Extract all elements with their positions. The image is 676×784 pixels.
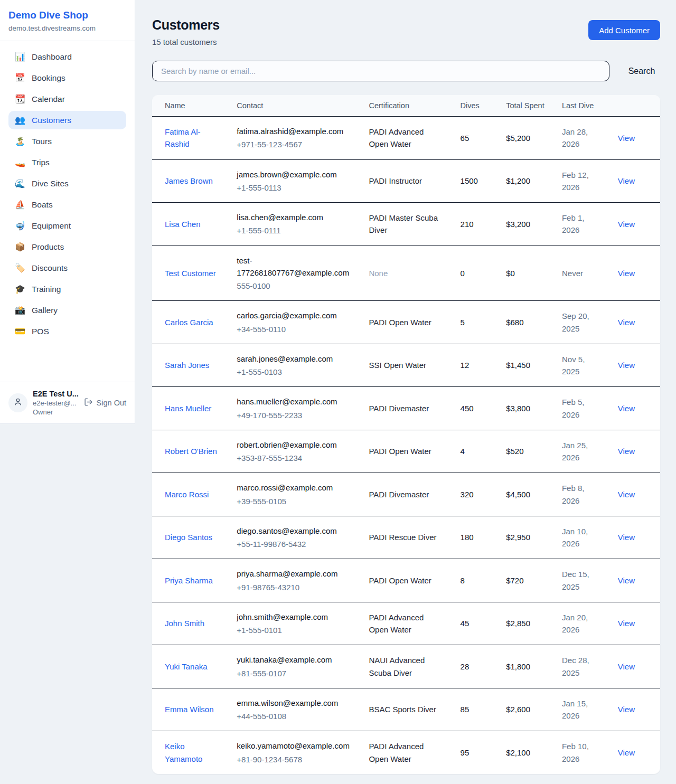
view-link[interactable]: View bbox=[618, 176, 635, 185]
dives-cell: 8 bbox=[452, 559, 498, 602]
total-spent-cell: $1,450 bbox=[497, 344, 553, 387]
actions-cell: View bbox=[609, 688, 660, 731]
customer-name-cell: Lisa Chen bbox=[152, 203, 228, 246]
total-spent-cell: $2,100 bbox=[497, 731, 553, 774]
view-link[interactable]: View bbox=[618, 447, 635, 456]
table-row: Test Customertest-1772681807767@example.… bbox=[152, 245, 660, 301]
bar-chart-icon: 📊 bbox=[15, 52, 25, 62]
sidebar-item-gallery[interactable]: 📸Gallery bbox=[8, 301, 126, 319]
customer-name-cell: James Brown bbox=[152, 159, 228, 203]
contact-cell: priya.sharma@example.com+91-98765-43210 bbox=[228, 559, 360, 602]
search-button[interactable]: Search bbox=[623, 62, 660, 80]
customer-name-link[interactable]: James Brown bbox=[165, 176, 213, 185]
certification-cell: PADI Advanced Open Water bbox=[360, 602, 452, 645]
table-row: Diego Santosdiego.santos@example.com+55-… bbox=[152, 516, 660, 559]
view-link[interactable]: View bbox=[618, 220, 635, 229]
sidebar-item-training[interactable]: 🎓Training bbox=[8, 280, 126, 298]
dives-cell: 1500 bbox=[452, 159, 498, 203]
table-row: Yuki Tanakayuki.tanaka@example.com+81-55… bbox=[152, 645, 660, 688]
customer-phone: +971-55-123-4567 bbox=[237, 138, 352, 150]
customer-name-link[interactable]: John Smith bbox=[165, 619, 204, 628]
view-link[interactable]: View bbox=[618, 269, 635, 278]
customer-email: fatima.alrashid@example.com bbox=[237, 125, 352, 137]
view-link[interactable]: View bbox=[618, 134, 635, 143]
sidebar-item-customers[interactable]: 👥Customers bbox=[8, 111, 126, 129]
brand-name[interactable]: Demo Dive Shop bbox=[8, 10, 126, 21]
search-bar: Search bbox=[152, 61, 660, 81]
user-icon bbox=[13, 397, 23, 409]
customer-name-link[interactable]: Keiko Yamamoto bbox=[165, 742, 202, 763]
sidebar-item-label: Tours bbox=[32, 137, 52, 146]
customer-phone: +44-555-0108 bbox=[237, 710, 352, 722]
certification-cell: SSI Open Water bbox=[360, 344, 452, 387]
customer-name-link[interactable]: Test Customer bbox=[165, 269, 216, 278]
table-row: Sarah Jonessarah.jones@example.com+1-555… bbox=[152, 344, 660, 387]
certification-value: PADI Divemaster bbox=[369, 404, 429, 413]
sidebar-item-dive-sites[interactable]: 🌊Dive Sites bbox=[8, 174, 126, 193]
certification-value: PADI Divemaster bbox=[369, 490, 429, 499]
view-link[interactable]: View bbox=[618, 619, 635, 628]
sidebar-item-tours[interactable]: 🏝️Tours bbox=[8, 132, 126, 150]
brand-block[interactable]: Demo Dive Shop demo.test.divestreams.com bbox=[0, 0, 135, 41]
page-title: Customers bbox=[152, 17, 220, 33]
table-row: Keiko Yamamotokeiko.yamamoto@example.com… bbox=[152, 731, 660, 774]
table-header-row: NameContactCertificationDivesTotal Spent… bbox=[152, 95, 660, 117]
view-link[interactable]: View bbox=[618, 533, 635, 542]
sidebar-item-calendar[interactable]: 📆Calendar bbox=[8, 90, 126, 108]
customer-name-link[interactable]: Lisa Chen bbox=[165, 220, 201, 229]
sidebar-item-discounts[interactable]: 🏷️Discounts bbox=[8, 259, 126, 277]
view-link[interactable]: View bbox=[618, 318, 635, 327]
customer-email: emma.wilson@example.com bbox=[237, 697, 352, 709]
contact-cell: fatima.alrashid@example.com+971-55-123-4… bbox=[228, 117, 360, 160]
sidebar-item-label: Equipment bbox=[32, 221, 71, 231]
customer-name-link[interactable]: Priya Sharma bbox=[165, 576, 213, 585]
sidebar-item-pos[interactable]: 💳POS bbox=[8, 322, 126, 341]
view-link[interactable]: View bbox=[618, 705, 635, 714]
add-customer-button[interactable]: Add Customer bbox=[588, 20, 660, 40]
sign-out-button[interactable]: Sign Out bbox=[84, 398, 126, 408]
sidebar-item-label: Trips bbox=[32, 158, 50, 167]
sidebar-nav: 📊Dashboard📅Bookings📆Calendar👥Customers🏝️… bbox=[0, 41, 135, 347]
sidebar-item-products[interactable]: 📦Products bbox=[8, 238, 126, 256]
customer-name-link[interactable]: Sarah Jones bbox=[165, 361, 209, 370]
customer-name-link[interactable]: Emma Wilson bbox=[165, 705, 214, 714]
people-icon: 👥 bbox=[15, 115, 25, 125]
customer-name-link[interactable]: Robert O'Brien bbox=[165, 447, 217, 456]
sidebar-item-bookings[interactable]: 📅Bookings bbox=[8, 69, 126, 87]
view-link[interactable]: View bbox=[618, 361, 635, 370]
customer-name-link[interactable]: Diego Santos bbox=[165, 533, 212, 542]
sidebar-item-trips[interactable]: 🚤Trips bbox=[8, 153, 126, 172]
certification-cell: PADI Rescue Diver bbox=[360, 516, 452, 559]
table-row: Priya Sharmapriya.sharma@example.com+91-… bbox=[152, 559, 660, 602]
sidebar-item-label: Customers bbox=[32, 116, 71, 125]
customer-name-link[interactable]: Marco Rossi bbox=[165, 490, 209, 499]
sidebar-item-equipment[interactable]: 🤿Equipment bbox=[8, 216, 126, 235]
sidebar-item-dashboard[interactable]: 📊Dashboard bbox=[8, 48, 126, 66]
view-link[interactable]: View bbox=[618, 490, 635, 499]
customer-phone: +55-11-99876-5432 bbox=[237, 538, 352, 550]
view-link[interactable]: View bbox=[618, 576, 635, 585]
last-dive-cell: Feb 5, 2026 bbox=[553, 387, 609, 430]
view-link[interactable]: View bbox=[618, 662, 635, 671]
actions-cell: View bbox=[609, 301, 660, 344]
customer-phone: +91-98765-43210 bbox=[237, 581, 352, 593]
customer-name-link[interactable]: Fatima Al-Rashid bbox=[165, 127, 201, 148]
user-section: E2E Test U... e2e-tester@... Owner Sign … bbox=[0, 382, 135, 423]
contact-cell: james.brown@example.com+1-555-0113 bbox=[228, 159, 360, 203]
actions-cell: View bbox=[609, 602, 660, 645]
customer-email: marco.rossi@example.com bbox=[237, 481, 352, 494]
customer-name-cell: Sarah Jones bbox=[152, 344, 228, 387]
dives-cell: 320 bbox=[452, 473, 498, 516]
sidebar-item-boats[interactable]: ⛵Boats bbox=[8, 195, 126, 214]
customer-name-link[interactable]: Hans Mueller bbox=[165, 404, 211, 413]
view-link[interactable]: View bbox=[618, 748, 635, 757]
view-link[interactable]: View bbox=[618, 404, 635, 413]
search-input[interactable] bbox=[152, 61, 609, 81]
credit-card-icon: 💳 bbox=[15, 326, 25, 336]
sidebar-item-label: Training bbox=[32, 285, 61, 294]
customer-name-link[interactable]: Yuki Tanaka bbox=[165, 662, 208, 671]
customer-phone: +81-555-0107 bbox=[237, 667, 352, 679]
customer-name-link[interactable]: Carlos Garcia bbox=[165, 318, 213, 327]
last-dive-cell: Feb 8, 2026 bbox=[553, 473, 609, 516]
contact-cell: diego.santos@example.com+55-11-99876-543… bbox=[228, 516, 360, 559]
